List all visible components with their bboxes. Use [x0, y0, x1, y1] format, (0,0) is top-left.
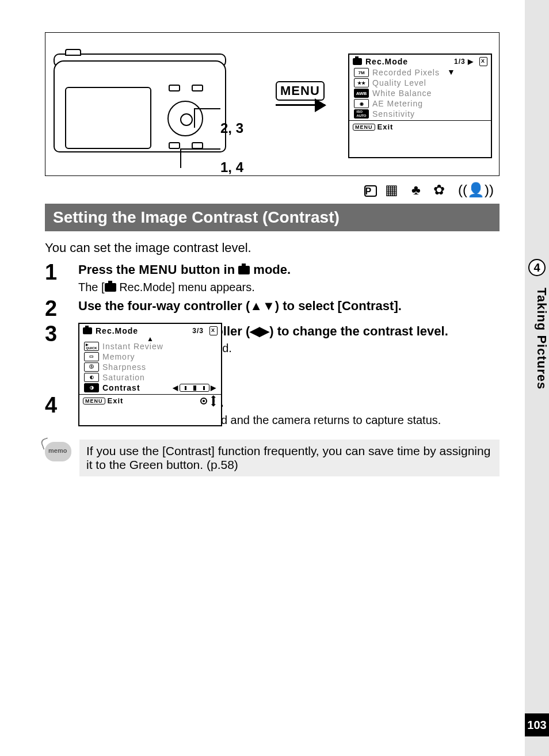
memo-icon: memo — [45, 442, 71, 461]
menu-item: AWBWhite Balance — [349, 88, 491, 98]
row-icon: ▭ — [84, 352, 99, 361]
tool-icon: X — [209, 326, 218, 335]
row-icon: ◑ — [84, 383, 99, 392]
mode-icons-row: P ▦ ♣ ✿ ((👤)) — [45, 180, 500, 200]
row-icon: ISOAUTO — [354, 109, 369, 119]
exit-label: Exit — [108, 396, 124, 405]
mode-icon: ▦ — [385, 182, 403, 197]
row-icon: Ⓢ — [84, 362, 99, 372]
menu-item: ▭Memory — [79, 352, 221, 362]
menu-item: ⓈSharpness — [79, 362, 221, 372]
mode-icon: ((👤)) — [458, 182, 494, 197]
callout-14: 1, 4 — [220, 159, 243, 175]
callout-23: 2, 3 — [220, 120, 243, 136]
step-1: 1 Press the MENU button in mode. The [ R… — [45, 261, 500, 294]
p-mode-icon: P — [364, 185, 377, 197]
exit-row: MENU Exit — [349, 120, 491, 133]
intro-text: You can set the image contrast level. — [45, 240, 500, 255]
row-icon: ◐ — [84, 373, 99, 382]
row-icon: ▶QUICK — [84, 342, 99, 351]
tool-icon: X — [479, 57, 487, 66]
row-icon: AWB — [354, 89, 369, 98]
menu-item: ▶QUICKInstant Review — [79, 341, 221, 352]
row-icon: ◉ — [354, 99, 369, 108]
chapter-label: Taking Pictures — [525, 288, 549, 414]
menu-item: ★★Quality Level — [349, 78, 491, 88]
step-heading: Press the MENU button in mode. — [78, 261, 500, 278]
step-3: 3 Use the four-way controller (◀▶) to ch… — [45, 323, 500, 391]
exit-row: MENU Exit ⬆⬇ — [79, 394, 221, 407]
callout-line — [194, 108, 195, 128]
down-arrow-icon: ▼ — [447, 67, 455, 77]
menu-button-label: MENU — [276, 81, 325, 101]
diagram-box: 2, 3 1, 4 MENU Rec.Mode 1/3 ▶ X ▼ 7MReco… — [45, 32, 500, 176]
menu-box-icon: MENU — [353, 124, 375, 131]
menu-item: ◉AE Metering — [349, 98, 491, 109]
callout-line — [180, 148, 181, 168]
row-icon: ★★ — [354, 78, 369, 87]
chapter-number: 4 — [528, 259, 546, 276]
updown-icon: ⬆⬇ — [210, 396, 218, 406]
step-subtext: The [ Rec.Mode] menu appears. — [78, 281, 500, 294]
mode-icon: ♣ — [411, 182, 425, 197]
memo-box: memo If you use the [Contrast] function … — [45, 440, 500, 476]
lcd-title: Rec.Mode — [365, 57, 408, 66]
step-number: 3 — [45, 323, 78, 391]
camera-icon — [105, 283, 116, 292]
menu-item: 7MRecorded Pixels — [349, 67, 491, 78]
memo-text: If you use the [Contrast] function frequ… — [79, 440, 500, 476]
section-title: Setting the Image Contrast (Contrast) — [45, 204, 500, 231]
lcd-pager: 1/3 ▶ — [454, 58, 474, 66]
callout-line — [194, 108, 220, 109]
camera-icon — [83, 327, 92, 334]
lcd-pager: 3/3 — [192, 327, 204, 335]
callout-line — [180, 148, 220, 150]
step-number: 4 — [45, 394, 78, 427]
lcd-menu-1: Rec.Mode 1/3 ▶ X ▼ 7MRecorded Pixels ★★Q… — [348, 54, 492, 158]
up-arrow-icon: ▲ — [79, 337, 221, 341]
camera-illustration — [54, 52, 238, 162]
step-number: 1 — [45, 261, 78, 294]
lcd-header: Rec.Mode 1/3 ▶ X — [349, 55, 491, 67]
menu-box-icon: MENU — [83, 398, 105, 404]
menu-item: ISOAUTOSensitivity — [349, 109, 491, 119]
sidebar: 4 Taking Pictures 103 — [525, 0, 549, 756]
row-icon: 7M — [354, 68, 369, 77]
step-2: 2 Use the four-way controller (▲▼) to se… — [45, 297, 500, 319]
page-number: 103 — [525, 713, 549, 736]
lcd-menu-2: Rec.Mode 3/3 X ▲ ▶QUICKInstant Review ▭M… — [78, 323, 222, 426]
camera-icon — [353, 58, 362, 65]
camera-icon — [238, 266, 250, 274]
slider-indicator: ◀▶ — [173, 384, 216, 392]
exit-label: Exit — [378, 123, 394, 131]
menu-item-selected: ◑ Contrast ◀▶ — [79, 383, 221, 393]
record-icon — [200, 398, 207, 404]
page: 4 Taking Pictures 103 2, 3 1, 4 M — [0, 0, 549, 756]
menu-item: ◐Saturation — [79, 372, 221, 383]
step-heading: Use the four-way controller (▲▼) to sele… — [78, 297, 500, 315]
content-area: 2, 3 1, 4 MENU Rec.Mode 1/3 ▶ X ▼ 7MReco… — [45, 32, 500, 476]
arrow-icon — [276, 104, 325, 106]
lcd-title: Rec.Mode — [96, 326, 138, 335]
mode-icon: ✿ — [433, 182, 449, 197]
step-number: 2 — [45, 297, 78, 319]
